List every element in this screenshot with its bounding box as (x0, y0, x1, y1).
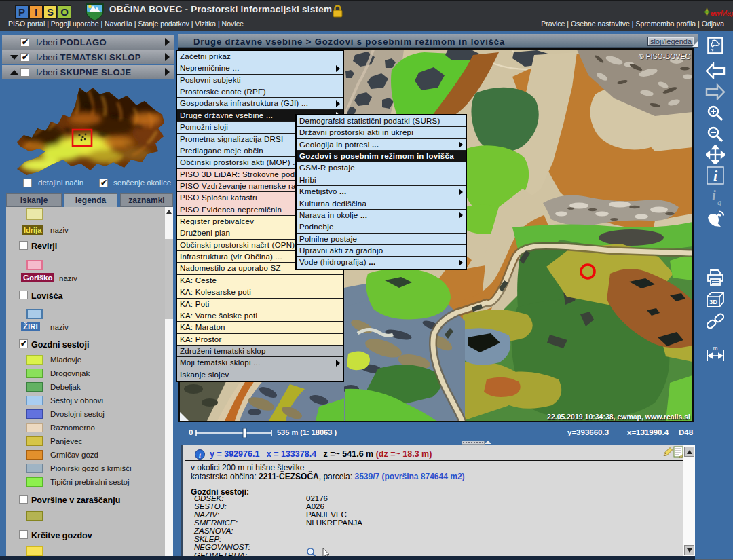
svg-text:i: i (712, 187, 716, 204)
svg-text:m: m (713, 345, 718, 351)
svg-text:ewMap: ewMap (711, 9, 733, 17)
svg-text:© PISO-BOVEC: © PISO-BOVEC (639, 52, 690, 60)
svg-text:i: i (713, 167, 718, 184)
svg-text:3D: 3D (709, 298, 717, 305)
svg-text:22.05.2019 10:34:38, ewmap, ww: 22.05.2019 10:34:38, ewmap, www.realis.s… (547, 413, 690, 421)
svg-text:g: g (717, 198, 721, 206)
